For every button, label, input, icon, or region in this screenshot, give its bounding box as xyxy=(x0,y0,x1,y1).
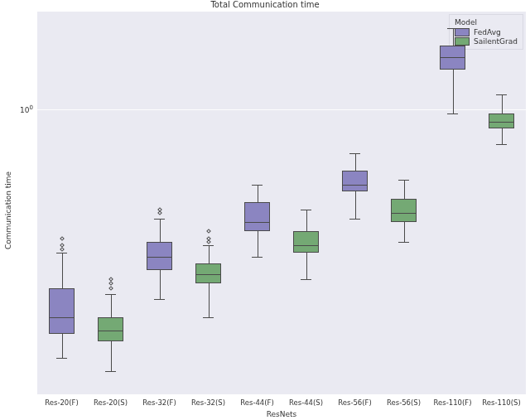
box xyxy=(391,199,417,221)
xtick: Res-56(S) xyxy=(387,398,421,407)
outlier xyxy=(206,229,211,234)
whisker-cap xyxy=(447,28,459,29)
whisker-cap xyxy=(252,185,263,186)
outlier xyxy=(60,236,65,241)
whisker-cap xyxy=(203,317,214,318)
whisker xyxy=(258,185,258,202)
legend-label-fedavg: FedAvg xyxy=(474,28,501,36)
ytick-1e0: 100 xyxy=(20,104,33,114)
whisker xyxy=(306,253,307,278)
whisker xyxy=(209,245,210,263)
xtick: Res-20(S) xyxy=(94,398,128,407)
whisker xyxy=(111,341,112,371)
outlier xyxy=(108,287,113,292)
whisker xyxy=(306,210,307,231)
whisker xyxy=(355,153,356,171)
box xyxy=(244,202,270,232)
whisker-cap xyxy=(154,219,166,220)
chart-title: Total Communication time xyxy=(0,0,530,9)
whisker-cap xyxy=(496,144,508,145)
whisker-cap xyxy=(203,245,214,246)
xtick: Res-110(S) xyxy=(482,398,521,407)
whisker xyxy=(160,270,161,300)
outlier xyxy=(60,243,65,248)
whisker-cap xyxy=(398,180,410,181)
box xyxy=(293,231,319,253)
box xyxy=(147,242,172,270)
whisker-cap xyxy=(56,253,68,253)
figure: Total Communication time Communication t… xyxy=(0,0,530,420)
whisker xyxy=(62,253,63,288)
whisker xyxy=(355,191,356,219)
whisker-cap xyxy=(398,242,410,243)
legend: Model FedAvg SailentGrad xyxy=(449,14,523,50)
whisker xyxy=(160,219,161,242)
median-line xyxy=(391,213,417,214)
outlier xyxy=(108,282,113,287)
legend-item-sailentgrad: SailentGrad xyxy=(455,37,518,46)
whisker xyxy=(453,70,454,113)
median-line xyxy=(98,331,123,331)
whisker-cap xyxy=(154,299,166,300)
whisker-cap xyxy=(447,113,459,114)
whisker-cap xyxy=(349,219,361,220)
box xyxy=(98,317,123,341)
whisker-cap xyxy=(252,257,263,258)
median-line xyxy=(147,257,172,258)
legend-swatch-fedavg xyxy=(455,28,470,36)
whisker-cap xyxy=(105,371,117,372)
median-line xyxy=(440,57,465,58)
whisker xyxy=(209,283,210,316)
legend-item-fedavg: FedAvg xyxy=(455,28,518,36)
whisker-cap xyxy=(56,358,68,359)
median-line xyxy=(195,274,221,275)
whisker xyxy=(404,180,405,199)
whisker xyxy=(453,28,454,46)
whisker-cap xyxy=(301,279,312,280)
outlier xyxy=(108,277,113,282)
median-line xyxy=(489,122,514,123)
xtick: Res-44(S) xyxy=(289,398,323,407)
xtick: Res-20(F) xyxy=(45,398,79,407)
median-line xyxy=(244,222,270,223)
y-axis-label-wrap: Communication time xyxy=(3,0,13,420)
whisker xyxy=(258,231,258,257)
box xyxy=(342,171,368,191)
whisker-cap xyxy=(301,210,312,210)
xtick: Res-110(F) xyxy=(434,398,472,407)
median-line xyxy=(293,245,319,246)
legend-label-sailentgrad: SailentGrad xyxy=(474,37,518,46)
whisker xyxy=(502,94,503,113)
xtick: Res-32(F) xyxy=(142,398,176,407)
xtick: Res-32(S) xyxy=(191,398,225,407)
whisker xyxy=(404,222,405,242)
xtick: Res-44(F) xyxy=(240,398,274,407)
xtick: Res-56(F) xyxy=(338,398,372,407)
legend-swatch-sailentgrad xyxy=(455,37,470,46)
whisker-cap xyxy=(496,94,508,95)
whisker-cap xyxy=(349,153,361,154)
median-line xyxy=(342,185,368,186)
box xyxy=(49,288,75,334)
median-line xyxy=(49,317,75,318)
plot-area: Model FedAvg SailentGrad xyxy=(37,12,526,394)
whisker xyxy=(111,294,112,317)
outlier xyxy=(206,236,211,241)
legend-title: Model xyxy=(455,18,518,27)
whisker-cap xyxy=(105,294,117,295)
x-axis-label: ResNets xyxy=(37,410,526,418)
box xyxy=(489,113,514,128)
whisker xyxy=(502,128,503,145)
y-axis-label: Communication time xyxy=(4,171,12,249)
whisker xyxy=(62,334,63,357)
